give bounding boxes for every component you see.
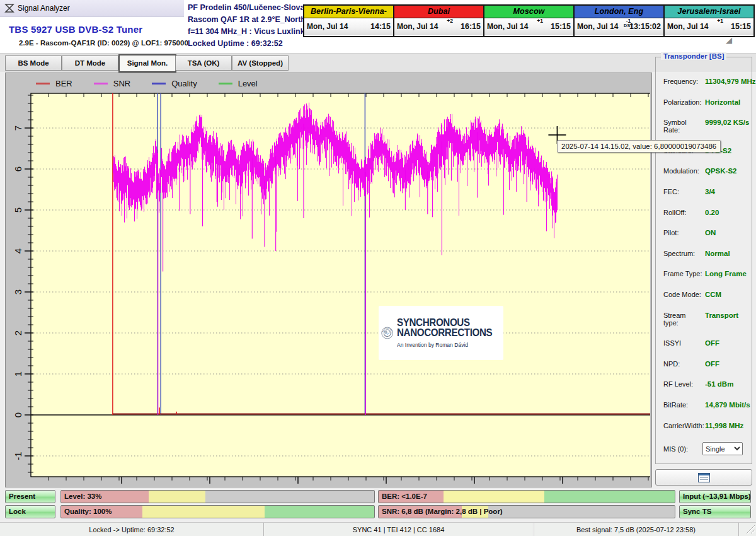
field-label: RollOff: (663, 209, 702, 216)
transponder-panel-title: Transponder [BS] (661, 52, 726, 60)
svg-text:3: 3 (13, 289, 23, 294)
lock-indicator: Lock (5, 505, 55, 518)
clock-utc-offset: +1 (537, 18, 543, 23)
legend-swatch (36, 83, 50, 84)
transponder-field: Modulation:QPSK-S2 (663, 167, 749, 175)
mis-label: MIS (0): (663, 445, 702, 453)
legend-swatch (219, 83, 232, 84)
transponder-field: RollOff:0.20 (663, 209, 749, 216)
mis-select[interactable]: Single (702, 442, 743, 455)
field-value: ON (705, 229, 716, 236)
field-label: NPD: (663, 360, 702, 368)
transponder-field: FEC:3/4 (663, 188, 749, 195)
site-info-line: Rascom QAF 1R at 2.9°E_North (188, 14, 314, 26)
clock-time: 15:15 (551, 22, 571, 31)
transponder-field: RF Level:-51 dBm (663, 380, 749, 388)
field-label: Frequency: (663, 78, 702, 85)
svg-text:4: 4 (13, 248, 23, 253)
snr-meter: SNR: 6,8 dB (Margin: 2,8 dB | Poor) (378, 505, 675, 518)
legend-label: SNR (113, 79, 130, 88)
legend-item-ber: BER (36, 79, 72, 88)
ber-meter: BER: <1.0E-7 (378, 490, 675, 503)
chart-value-tooltip: 2025-07-14 14.15.02, value: 6,8000001907… (557, 140, 721, 153)
chart-plot[interactable]: 76543210-1 (6, 73, 650, 486)
clock-city: Moscow (484, 6, 573, 18)
site-info-block: PF Prodelin 450/Lučenec-SlovakiaRascom Q… (188, 2, 318, 50)
statusbar-best-signal: Best signal: 7,5 dB (2025-07-12 23:58) (534, 523, 739, 536)
transponder-field: Symbol Rate:9999,02 KS/s (663, 119, 749, 134)
clock-date: Mon, Jul 14 (397, 22, 438, 31)
svg-text:6: 6 (13, 166, 23, 172)
field-value: 11,998 MHz (705, 422, 743, 429)
statusbar-sync-counters: SYNC 41 | TEI 412 | CC 1684 (263, 523, 534, 536)
field-label: CarrierWidth: (663, 422, 702, 429)
transponder-panel: Transponder [BS] Frequency:11304,979 MHz… (655, 57, 752, 464)
field-value: 3/4 (705, 188, 715, 195)
field-value: Transport (705, 312, 738, 319)
transponder-field: ISSYIOFF (663, 339, 749, 347)
tab-bs-mode[interactable]: BS Mode (5, 55, 62, 71)
legend-item-snr: SNR (94, 79, 130, 88)
field-value: OFF (705, 360, 719, 368)
corner-triangle-icon: ◢ (726, 35, 732, 45)
panel-action-button[interactable] (655, 469, 752, 486)
field-value: OFF (705, 339, 719, 347)
field-label: Polarization: (663, 98, 702, 106)
transponder-field: Spectrum:Normal (663, 250, 749, 257)
level-meter: Level: 33% (60, 490, 375, 503)
field-label: BitRate: (663, 401, 702, 409)
site-info-line: PF Prodelin 450/Lučenec-Slovakia (188, 2, 314, 14)
site-info-line: Locked Uptime : 69:32:52 (188, 38, 314, 50)
field-value: 0.20 (705, 209, 719, 216)
field-value: -51 dBm (705, 380, 733, 388)
title-bar: Signal Analyzer (0, 0, 184, 17)
tab-tsa-ok[interactable]: TSA (OK) (175, 55, 232, 71)
tab-dt-mode[interactable]: DT Mode (62, 55, 118, 71)
watermark-subtitle: An Invention by Roman Dávid (397, 342, 495, 348)
clock-city: London, Eng (575, 6, 663, 18)
field-label: FEC: (663, 188, 702, 195)
transponder-field: Pilot:ON (663, 229, 749, 236)
mis-row: MIS (0):Single (663, 442, 749, 455)
field-label: Modulation: (663, 167, 702, 175)
clock-city: Jerusalem-Israel (665, 6, 753, 18)
field-label: Pilot: (663, 229, 702, 236)
window-icon (698, 473, 710, 482)
transponder-field: Stream type:Transport (663, 312, 749, 327)
field-label: Symbol Rate: (663, 119, 702, 134)
field-label: ISSYI (663, 339, 702, 347)
field-value: Long Frame (705, 270, 747, 277)
tab-av-stopped[interactable]: AV (Stopped) (232, 55, 289, 71)
clock-date: Mon, Jul 14 (577, 22, 618, 31)
chart-legend: BERSNRQualityLevel (36, 76, 258, 90)
field-label: Spectrum: (663, 250, 702, 257)
field-value: 14,879 Mbit/s (705, 401, 750, 409)
clock-time: 15:15 (731, 22, 751, 31)
field-label: Code Mode: (663, 291, 702, 298)
world-clock-panel: Berlin-Paris-Vienna-RomaMon, Jul 1414:15… (303, 4, 754, 37)
tab-strip: BS ModeDT ModeSignal Mon.TSA (OK)AV (Sto… (0, 53, 756, 72)
present-indicator: Present (5, 490, 55, 503)
input-indicator: Input (~13,91 Mbps) (679, 490, 751, 503)
svg-text:7: 7 (13, 125, 23, 131)
clock-time: 14:15 (370, 22, 391, 31)
svg-text:5: 5 (13, 207, 23, 213)
transponder-field: NPD:OFF (663, 360, 749, 368)
clock-date: Mon, Jul 14 (487, 22, 528, 31)
clock-london-eng: London, EngMon, Jul 14-1DST13:15:02 (573, 4, 665, 37)
watermark-logo: AN INVENTION BY ROMAN DÁVID SYNCHRONOUS … (379, 306, 503, 360)
transponder-field: Code Mode:CCM (663, 291, 749, 298)
clock-city: Dubai (394, 6, 483, 18)
tab-signal-mon[interactable]: Signal Mon. (118, 54, 176, 73)
field-value: QPSK-S2 (705, 167, 737, 175)
field-value: CCM (705, 291, 721, 298)
roman-david-badge-icon: AN INVENTION BY ROMAN DÁVID (381, 310, 393, 356)
site-info-line: f=11 304 MHz_H : Vicus Luxlink (188, 26, 314, 38)
statusbar-lock-uptime: Locked -> Uptime: 69:32:52 (0, 523, 264, 536)
transponder-fields: Frequency:11304,979 MHzPolarization:Hori… (663, 78, 749, 469)
legend-item-level: Level (219, 79, 258, 88)
field-value: 9999,02 KS/s (705, 119, 749, 126)
legend-label: Quality (171, 79, 197, 88)
legend-swatch (152, 83, 166, 84)
status-bar: Locked -> Uptime: 69:32:52 SYNC 41 | TEI… (0, 522, 756, 536)
